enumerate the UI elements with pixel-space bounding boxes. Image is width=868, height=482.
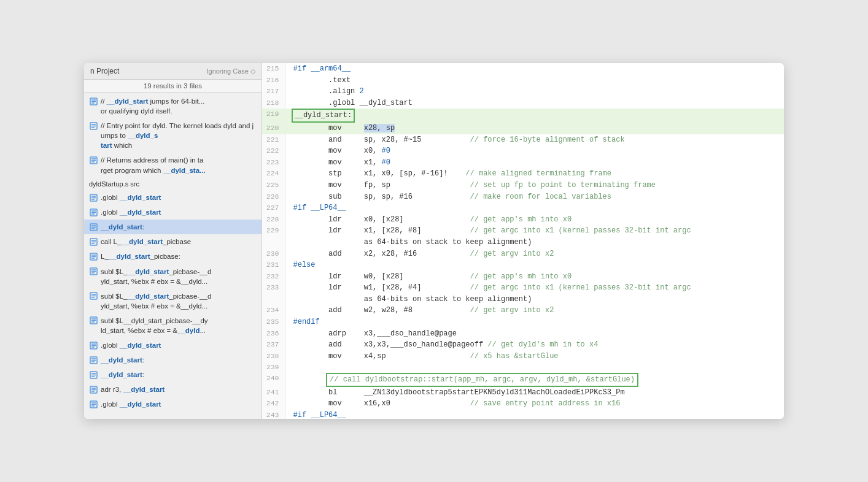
section-label: dyldStartup.s src [84, 178, 262, 190]
code-line-233c: as 64-bits on stack to keep alignment) [262, 294, 784, 305]
list-item[interactable]: .globl __dyld_start [84, 338, 262, 353]
line-number: 216 [262, 75, 285, 86]
result-text: __dyld_start: [101, 355, 257, 365]
line-code: add w2, w28, #8 // get argv into x2 [285, 305, 784, 316]
line-code: add x2, x28, #16 // get argv into x2 [285, 248, 784, 260]
code-line-224: 224 stp x1, x0, [sp, #-16]! // make alig… [262, 168, 784, 180]
list-item[interactable]: .globl __dyld_start [84, 397, 262, 411]
code-line-227: 227 #if __LP64__ [262, 202, 784, 214]
list-item[interactable]: subl $L___dyld_start_picbase-__dyld_star… [84, 289, 262, 313]
line-number: 227 [262, 202, 285, 214]
line-number: 219 [262, 109, 285, 123]
line-number [262, 237, 285, 248]
list-item[interactable]: subl $L__dyld_start_picbase-__dyld_start… [84, 313, 262, 338]
code-line-237: 237 add x3,x3,___dso_handle@pageoff // g… [262, 339, 784, 351]
results-summary: 19 results in 3 files [84, 80, 262, 93]
code-line-234: 234 add w2, w28, #8 // get argv into x2 [262, 305, 784, 316]
list-item[interactable]: adr r3, __dyld_start [84, 382, 262, 397]
result-icon [89, 341, 98, 350]
line-code: as 64-bits on stack to keep alignment) [285, 237, 784, 248]
list-item[interactable]: .globl __dyld_start [84, 205, 262, 220]
code-line-223: 223 mov x1, #0 [262, 157, 784, 169]
result-icon [89, 97, 98, 105]
line-number: 238 [262, 351, 285, 362]
result-text: .globl __dyld_start [101, 340, 257, 350]
result-icon [89, 400, 98, 408]
code-line-239: 239 [262, 362, 784, 373]
code-line-216: 216 .text [262, 75, 784, 86]
line-number: 215 [262, 63, 285, 75]
line-number: 236 [262, 328, 285, 340]
code-line-233: 233 ldr w1, [x28, #4] // get argc into x… [262, 282, 784, 294]
result-text: .globl __dyld_start [101, 207, 257, 217]
right-panel: 215 #if __arm64__ 216 .text 217 .align 2… [262, 63, 784, 419]
line-code: mov x1, #0 [285, 157, 784, 169]
code-line-240: 240 // call dyldbootstrap::start(app_mh,… [262, 373, 784, 387]
code-line-217: 217 .align 2 [262, 86, 784, 98]
list-item[interactable]: call L___dyld_start_picbase [84, 234, 262, 249]
line-number: 233 [262, 282, 285, 294]
line-code: mov x0, #0 [285, 145, 784, 157]
line-code: .globl __dyld_start [285, 98, 784, 109]
list-item[interactable]: // Entry point for dyld. The kernel load… [84, 118, 262, 153]
line-code: // call dyldbootstrap::start(app_mh, arg… [285, 373, 784, 387]
list-item[interactable]: __dyld_start: [84, 353, 262, 367]
line-code: .align 2 [285, 86, 784, 98]
code-table: 215 #if __arm64__ 216 .text 217 .align 2… [262, 63, 784, 419]
code-line-221: 221 and sp, x28, #~15 // force 16-byte a… [262, 134, 784, 146]
result-icon [89, 223, 98, 231]
line-code: #if __LP64__ [285, 202, 784, 214]
line-code: and sp, x28, #~15 // force 16-byte align… [285, 134, 784, 146]
line-number [262, 294, 285, 305]
result-text: // Entry point for dyld. The kernel load… [101, 121, 257, 150]
line-code: #if __LP64__ [285, 410, 784, 419]
line-code: mov fp, sp // set up fp to point to term… [285, 180, 784, 191]
line-code: mov x16,x0 // save entry point address i… [285, 398, 784, 410]
line-number: 239 [262, 362, 285, 373]
code-line-229c: as 64-bits on stack to keep alignment) [262, 237, 784, 248]
case-selector[interactable]: Ignoring Case ◇ [206, 67, 255, 75]
line-number: 221 [262, 134, 285, 146]
code-line-215: 215 #if __arm64__ [262, 63, 784, 75]
line-number: 228 [262, 214, 285, 226]
line-code: mov x4,sp // x5 has &startGlue [285, 351, 784, 362]
list-item[interactable]: __dyld_start: [84, 367, 262, 382]
code-area[interactable]: 215 #if __arm64__ 216 .text 217 .align 2… [262, 63, 784, 419]
line-number: 243 [262, 410, 285, 419]
result-text: L___dyld_start_picbase: [101, 251, 257, 261]
line-code: ldr w0, [x28] // get app's mh into x0 [285, 271, 784, 283]
list-item[interactable]: subl $L___dyld_start_picbase-__dyld_star… [84, 264, 262, 289]
result-icon [89, 193, 98, 202]
code-line-241: 241 bl __ZN13dyldbootstrap5startEPKN5dyl… [262, 387, 784, 399]
code-line-222: 222 mov x0, #0 [262, 145, 784, 157]
line-code: ldr x0, [x28] // get app's mh into x0 [285, 214, 784, 226]
line-number: 225 [262, 180, 285, 191]
line-code: #endif [285, 316, 784, 328]
line-number: 240 [262, 373, 285, 387]
code-line-232: 232 ldr w0, [x28] // get app's mh into x… [262, 271, 784, 283]
code-line-220: 220 mov x28, sp [262, 123, 784, 134]
line-number: 223 [262, 157, 285, 169]
line-number: 230 [262, 248, 285, 260]
list-item[interactable]: // Returns address of main() in target p… [84, 153, 262, 177]
code-line-238: 238 mov x4,sp // x5 has &startGlue [262, 351, 784, 362]
list-item[interactable]: L___dyld_start_picbase: [84, 249, 262, 264]
list-item[interactable]: .globl __dyld_start [84, 190, 262, 205]
result-icon [89, 252, 98, 261]
line-number: 220 [262, 123, 285, 134]
code-line-242: 242 mov x16,x0 // save entry point addre… [262, 398, 784, 410]
list-item[interactable]: __dyld_start: [84, 220, 262, 234]
line-code: ldr w1, [x28, #4] // get argc into x1 (k… [285, 282, 784, 294]
list-item[interactable]: // __dyld_start jumps for 64-bit...or qu… [84, 94, 262, 118]
line-number: 232 [262, 271, 285, 283]
result-text: __dyld_start: [101, 370, 257, 380]
code-line-226: 226 sub sp, sp, #16 // make room for loc… [262, 191, 784, 203]
result-text: // Returns address of main() in target p… [101, 155, 257, 175]
main-container: n Project Ignoring Case ◇ 19 results in … [84, 63, 784, 419]
line-number: 224 [262, 168, 285, 180]
result-icon [89, 237, 98, 246]
code-line-235: 235 #endif [262, 316, 784, 328]
code-line-236: 236 adrp x3,___dso_handle@page [262, 328, 784, 340]
line-number: 235 [262, 316, 285, 328]
line-code: bl __ZN13dyldbootstrap5startEPKN5dyld311… [285, 387, 784, 399]
